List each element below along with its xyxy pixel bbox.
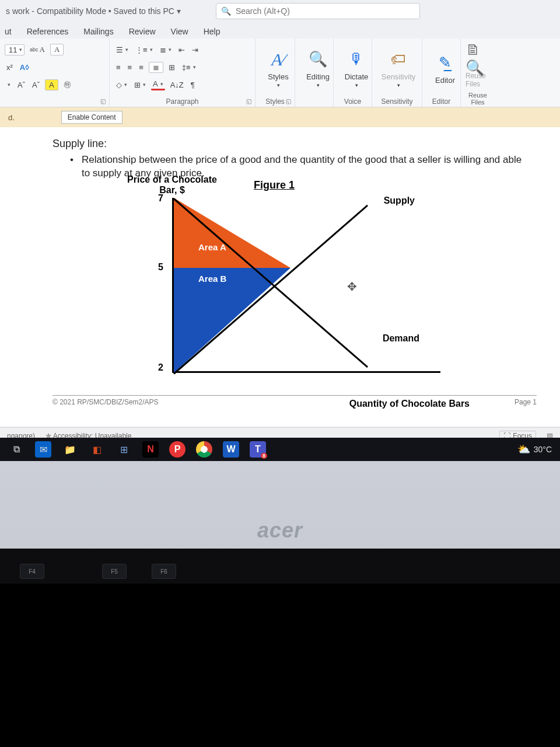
teams-badge: 8 xyxy=(261,453,267,459)
search-box[interactable]: 🔍 Search (Alt+Q) xyxy=(216,3,420,19)
outdent-button[interactable]: ⇤ xyxy=(177,45,187,55)
area-a-label: Area A xyxy=(198,242,226,252)
editing-group: 🔍 Editing ▾ xyxy=(295,39,334,107)
tab-help[interactable]: Help xyxy=(202,25,222,39)
chrome-icon[interactable] xyxy=(196,441,212,458)
sensitivity-group: 🏷 Sensitivity ▾ Sensitivity xyxy=(372,39,422,107)
teams-icon[interactable]: T8 xyxy=(250,441,266,458)
title-dropdown-icon[interactable]: ▾ xyxy=(177,6,181,16)
word-icon[interactable]: W xyxy=(223,441,239,458)
chart-title: Figure 1 xyxy=(254,179,295,191)
styles-icon: A∕ xyxy=(271,48,285,71)
chevron-down-icon: ▾ xyxy=(355,82,358,88)
security-marker: d. xyxy=(8,113,15,122)
task-view-icon[interactable]: ⧉ xyxy=(8,441,24,458)
tab-view[interactable]: View xyxy=(170,25,190,39)
font-group-launcher-icon[interactable]: ◱ xyxy=(100,98,106,104)
search-icon: 🔍 xyxy=(221,6,231,16)
tab-references[interactable]: References xyxy=(26,25,70,39)
indent-button[interactable]: ⇥ xyxy=(190,45,200,55)
key-f5: F5 xyxy=(102,564,127,579)
highlight-button[interactable]: A xyxy=(45,79,58,90)
key-f4: F4 xyxy=(20,564,44,579)
superscript-button[interactable]: x² xyxy=(5,62,15,72)
sensitivity-button[interactable]: 🏷 Sensitivity ▾ xyxy=(377,41,420,95)
key-f6: F6 xyxy=(152,564,176,579)
tab-review[interactable]: Review xyxy=(128,25,157,39)
distribute-button[interactable]: ⊞ xyxy=(167,62,177,72)
bullets-button[interactable]: ☰ xyxy=(114,45,130,55)
document-title: s work - Compatibility Mode • Saved to t… xyxy=(6,6,174,16)
footer-copyright: © 2021 RP/SMC/DBIZ/Sem2/APS xyxy=(52,398,159,406)
sort-button[interactable]: A↓Z xyxy=(169,80,186,90)
paragraph-launcher-icon[interactable]: ◱ xyxy=(246,98,251,104)
chart-ylabel: Price of a Chocolate Bar, $ xyxy=(125,174,219,196)
font-color-button[interactable]: A xyxy=(151,79,165,90)
chart-axes: 7 5 2 Area A Area B ✥ xyxy=(172,198,417,373)
styles-button[interactable]: A∕ Styles ▾ xyxy=(260,41,296,95)
temperature: 30°C xyxy=(534,445,552,454)
editor-button[interactable]: ✎̲ Editor xyxy=(427,41,463,95)
bullet-icon: • xyxy=(70,153,74,180)
footer-page: Page 1 xyxy=(514,398,537,406)
align-right-button[interactable]: ≡ xyxy=(137,62,145,72)
justify-button[interactable]: ≣ xyxy=(149,62,163,73)
show-marks-button[interactable]: ¶ xyxy=(189,80,197,90)
find-icon: 🔍 xyxy=(309,48,327,71)
styles-launcher-icon[interactable]: ◱ xyxy=(286,98,291,104)
editor-group: ✎̲ Editor Editor xyxy=(422,39,461,107)
reuse-files-button[interactable]: 🗎🔍 Reuse Files xyxy=(466,41,495,95)
ytick-7: 7 xyxy=(158,193,163,204)
powerpoint-icon[interactable]: P xyxy=(169,441,186,458)
editor-icon: ✎̲ xyxy=(439,51,452,75)
weather-icon: ⛅ xyxy=(517,443,530,456)
title-bar: s work - Compatibility Mode • Saved to t… xyxy=(0,0,560,22)
shrink-font-button[interactable]: Aˇ xyxy=(30,80,41,90)
office-icon[interactable]: ◧ xyxy=(89,441,105,458)
reuse-group: 🗎🔍 Reuse Files Reuse Files xyxy=(461,39,495,107)
voice-group: 🎙 Dictate ▾ Voice xyxy=(334,39,372,107)
align-center-button[interactable]: ≡ xyxy=(126,62,134,72)
area-b-label: Area B xyxy=(198,274,226,284)
chevron-down-icon: ▾ xyxy=(397,82,400,88)
document-footer: © 2021 RP/SMC/DBIZ/Sem2/APS Page 1 xyxy=(52,395,537,406)
numbering-button[interactable]: ⋮≡ xyxy=(134,45,155,55)
ribbon-tabs: ut References Mailings Review View Help xyxy=(0,22,560,39)
enable-content-button[interactable]: Enable Content xyxy=(61,111,123,124)
ytick-5: 5 xyxy=(158,262,163,273)
change-case-button[interactable]: A xyxy=(50,44,64,55)
netflix-icon[interactable]: N xyxy=(142,441,159,458)
security-warning-bar: d. Enable Content xyxy=(0,107,560,127)
tab-mailings[interactable]: Mailings xyxy=(82,25,114,39)
mail-icon[interactable]: ✉ xyxy=(35,441,51,458)
reuse-icon: 🗎🔍 xyxy=(466,47,495,71)
clear-format-button[interactable]: abcA xyxy=(28,44,47,55)
store-icon[interactable]: ⊞ xyxy=(116,441,132,458)
text-effects-button[interactable]: A◊ xyxy=(18,62,31,72)
windows-taskbar: ⧉ ✉ 📁 ◧ ⊞ N P W T8 ⛅ 30°C xyxy=(0,438,560,461)
line-spacing-button[interactable]: ‡≡ xyxy=(180,62,198,72)
chevron-down-icon: ▾ xyxy=(317,82,320,88)
paragraph-group: ☰ ⋮≡ ≣ ⇤ ⇥ ≡ ≡ ≡ ≣ ⊞ ‡≡ ◇ ⊞ A xyxy=(110,39,256,107)
microphone-icon: 🎙 xyxy=(349,48,364,71)
weather-widget[interactable]: ⛅ 30°C xyxy=(517,443,552,456)
chevron-down-icon: ▾ xyxy=(277,82,280,88)
multilevel-button[interactable]: ≣ xyxy=(158,45,173,55)
align-left-button[interactable]: ≡ xyxy=(114,62,123,72)
dictate-button[interactable]: 🎙 Dictate ▾ xyxy=(338,41,374,95)
sensitivity-group-label: Sensitivity xyxy=(372,97,422,106)
supply-demand-chart: Price of a Chocolate Bar, $ Figure 1 Sup… xyxy=(102,198,475,408)
editor-group-label: Editor xyxy=(422,97,460,106)
tab-layout[interactable]: ut xyxy=(4,25,13,39)
ytick-2: 2 xyxy=(158,362,163,373)
shading-button[interactable]: ◇ xyxy=(114,80,129,90)
file-explorer-icon[interactable]: 📁 xyxy=(62,441,78,458)
phonetic-button[interactable]: ㊕ xyxy=(62,79,73,90)
font-size-select[interactable]: 11 xyxy=(5,44,24,55)
grow-font-button[interactable]: Aˆ xyxy=(16,80,27,90)
font-grow-shrink[interactable] xyxy=(5,81,12,88)
document-page[interactable]: Supply line: • Relationship between the … xyxy=(0,127,560,426)
borders-button[interactable]: ⊞ xyxy=(132,80,148,90)
editing-button[interactable]: 🔍 Editing ▾ xyxy=(300,41,336,95)
search-placeholder: Search (Alt+Q) xyxy=(236,6,290,16)
